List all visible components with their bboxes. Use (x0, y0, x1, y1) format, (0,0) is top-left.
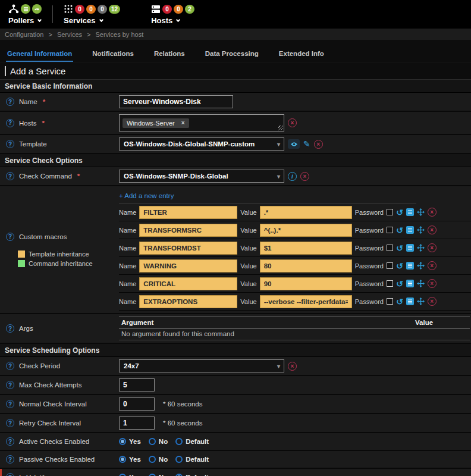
hosts-unreachable-badge[interactable]: 0 (174, 5, 183, 14)
services-ok-badge[interactable]: 12 (109, 5, 120, 14)
tab-general-information[interactable]: General Information (6, 48, 73, 62)
macro-value-input[interactable] (260, 259, 352, 273)
password-checkbox[interactable] (387, 245, 393, 251)
help-icon[interactable]: ? (6, 362, 14, 370)
macro-name-input[interactable] (139, 295, 237, 308)
check-command-select[interactable]: OS-Windows-SNMP-Disk-Global▾ (119, 170, 284, 183)
hosts-down-badge[interactable]: 0 (162, 5, 172, 14)
radio-icon[interactable] (119, 438, 126, 445)
services-menu-label[interactable]: Services (64, 16, 96, 25)
macro-name-input[interactable] (139, 259, 237, 273)
radio-icon[interactable] (149, 456, 156, 463)
passive-checks-yes[interactable]: Yes (119, 456, 141, 463)
delete-macro-icon[interactable]: × (428, 279, 437, 288)
help-icon[interactable]: ? (6, 119, 14, 127)
help-icon[interactable]: ? (6, 473, 14, 476)
password-checkbox[interactable] (387, 262, 393, 269)
help-icon[interactable]: ? (6, 419, 14, 427)
services-warning-badge[interactable]: 0 (86, 5, 96, 14)
password-checkbox[interactable] (387, 298, 393, 305)
hosts-multiselect[interactable]: Windows-Server× (119, 114, 284, 131)
macro-name-input[interactable] (139, 277, 237, 290)
macro-description-icon[interactable] (406, 298, 414, 305)
check-period-select[interactable]: 24x7▾ (119, 359, 284, 372)
macro-value-input[interactable] (260, 242, 352, 255)
radio-icon[interactable] (119, 456, 126, 463)
services-critical-badge[interactable]: 0 (75, 5, 84, 14)
radio-icon[interactable] (149, 474, 156, 476)
radio-icon[interactable] (175, 456, 183, 463)
add-macro-entry-link[interactable]: + Add a new entry (119, 190, 416, 203)
help-icon[interactable]: ? (6, 140, 14, 148)
move-macro-icon[interactable] (417, 262, 425, 270)
nav-group-pollers[interactable]: Pollers (8, 4, 42, 25)
edit-template-icon[interactable]: ✎ (303, 140, 310, 148)
poller-list-icon[interactable] (21, 4, 30, 14)
tab-extended-info[interactable]: Extended Info (278, 48, 325, 62)
is-volatile-no[interactable]: No (149, 474, 168, 476)
clear-check-period-icon[interactable]: × (288, 362, 297, 371)
remove-host-icon[interactable]: × (181, 120, 185, 126)
password-checkbox[interactable] (387, 209, 393, 215)
undo-macro-icon[interactable]: ↺ (396, 208, 403, 217)
retry-check-interval-input[interactable] (119, 416, 155, 430)
breadcrumb-services-by-host[interactable]: Services by host (96, 31, 144, 38)
password-checkbox[interactable] (387, 227, 393, 233)
move-macro-icon[interactable] (417, 298, 425, 305)
active-checks-yes[interactable]: Yes (119, 438, 141, 445)
services-unknown-badge[interactable]: 0 (98, 5, 107, 14)
pollers-menu-label[interactable]: Pollers (8, 16, 34, 25)
macro-description-icon[interactable] (406, 208, 414, 216)
normal-check-interval-input[interactable] (119, 397, 155, 411)
template-select[interactable]: OS-Windows-Disk-Global-SNMP-custom▾ (119, 137, 284, 151)
nav-group-services[interactable]: 0 0 0 12 Services (64, 4, 120, 25)
is-volatile-default[interactable]: Default (175, 474, 209, 476)
undo-macro-icon[interactable]: ↺ (396, 262, 403, 270)
undo-macro-icon[interactable]: ↺ (396, 298, 403, 306)
undo-macro-icon[interactable]: ↺ (396, 280, 403, 288)
help-icon[interactable]: ? (6, 381, 14, 389)
active-checks-default[interactable]: Default (175, 438, 209, 445)
help-icon[interactable]: ? (6, 437, 14, 446)
radio-icon[interactable] (119, 474, 126, 476)
name-input[interactable] (119, 95, 233, 108)
tab-relations[interactable]: Relations (153, 48, 186, 62)
macro-description-icon[interactable] (406, 280, 414, 287)
undo-macro-icon[interactable]: ↺ (396, 226, 403, 234)
poller-latency-gauge-icon[interactable] (32, 4, 42, 14)
radio-icon[interactable] (149, 438, 156, 445)
clear-template-icon[interactable]: × (314, 140, 323, 149)
macro-value-input[interactable] (260, 277, 352, 290)
delete-macro-icon[interactable]: × (428, 243, 437, 252)
passive-checks-no[interactable]: No (149, 456, 168, 463)
radio-icon[interactable] (175, 438, 183, 445)
delete-macro-icon[interactable]: × (428, 226, 437, 234)
help-icon[interactable]: ? (6, 324, 14, 333)
delete-macro-icon[interactable]: × (428, 208, 437, 217)
macro-description-icon[interactable] (406, 244, 414, 252)
move-macro-icon[interactable] (417, 208, 425, 216)
macro-name-input[interactable] (139, 242, 237, 255)
delete-macro-icon[interactable]: × (428, 261, 437, 270)
clear-hosts-icon[interactable]: × (288, 118, 297, 127)
delete-macro-icon[interactable]: × (428, 297, 437, 306)
macro-name-input[interactable] (139, 224, 237, 237)
breadcrumb-configuration[interactable]: Configuration (5, 31, 43, 38)
macro-value-input[interactable] (260, 206, 352, 219)
move-macro-icon[interactable] (417, 226, 425, 234)
breadcrumb-services[interactable]: Services (57, 31, 82, 38)
macro-value-input[interactable] (260, 224, 352, 237)
passive-checks-default[interactable]: Default (175, 456, 209, 463)
macro-value-input[interactable] (260, 295, 352, 308)
help-icon[interactable]: ? (6, 233, 14, 241)
help-icon[interactable]: ? (6, 98, 14, 106)
help-icon[interactable]: ? (6, 172, 14, 180)
resize-handle[interactable] (278, 126, 283, 130)
password-checkbox[interactable] (387, 280, 393, 287)
nav-group-hosts[interactable]: 0 0 2 Hosts (151, 4, 194, 25)
help-icon[interactable]: ? (6, 400, 14, 408)
hosts-up-badge[interactable]: 2 (185, 5, 194, 14)
max-check-attempts-input[interactable] (119, 378, 155, 392)
macro-description-icon[interactable] (406, 226, 414, 234)
active-checks-no[interactable]: No (149, 438, 168, 445)
